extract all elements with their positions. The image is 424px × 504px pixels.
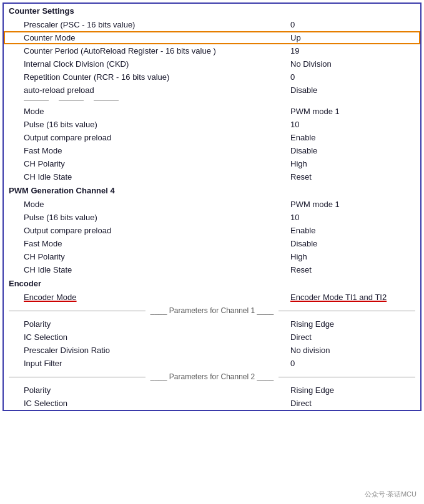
autoreload-preload-label: auto-reload preload [24, 85, 290, 95]
oc-preload-row-ch4: Output compare preload Enable [4, 224, 420, 237]
pulse-row-ch4: Pulse (16 bits value) 10 [4, 211, 420, 224]
pulse-row-ch3: Pulse (16 bits value) 10 [4, 118, 420, 131]
counter-mode-label: Counter Mode [24, 33, 290, 42]
clock-division-row: Internal Clock Division (CKD) No Divisio… [4, 57, 420, 70]
prescaler-div-value-ch1: No division [290, 346, 415, 355]
mode-value-ch4: PWM mode 1 [290, 200, 415, 209]
ch-polarity-value-ch4: High [290, 252, 415, 261]
channel1-header: ____ Parameters for Channel 1 ____ [4, 304, 420, 317]
ic-selection-label-ch2: IC Selection [24, 399, 290, 408]
counter-mode-row: Counter Mode Up ⇐ [4, 31, 420, 44]
channel2-line-left [9, 377, 145, 377]
ch-idle-value-ch4: Reset [290, 265, 415, 274]
ic-selection-row-ch2: IC Selection Direct [4, 397, 420, 410]
oc-preload-value-ch4: Enable [290, 226, 415, 235]
tab-area [4, 97, 420, 105]
counter-period-label: Counter Period (AutoReload Register - 16… [24, 46, 290, 56]
counter-period-row: Counter Period (AutoReload Register - 16… [4, 44, 420, 57]
ic-selection-row-ch1: IC Selection Direct [4, 331, 420, 344]
ch-idle-value-ch3: Reset [290, 172, 415, 182]
clock-division-value: No Division [290, 59, 415, 69]
oc-preload-value-ch3: Enable [290, 133, 415, 142]
oc-preload-label-ch3: Output compare preload [24, 133, 290, 142]
tab-line-1 [24, 100, 49, 101]
mode-value-ch3: PWM mode 1 [290, 107, 415, 116]
channel2-header: ____ Parameters for Channel 2 ____ [4, 370, 420, 384]
pwm-ch4-header: PWM Generation Channel 4 [4, 183, 420, 198]
polarity-label-ch1: Polarity [24, 319, 290, 329]
fast-mode-row-ch3: Fast Mode Disable [4, 144, 420, 157]
ch-polarity-value-ch3: High [290, 159, 415, 168]
autoreload-preload-row: auto-reload preload Disable [4, 84, 420, 97]
channel1-line-left [9, 311, 145, 311]
ch-idle-label-ch3: CH Idle State [24, 172, 290, 182]
pulse-label-ch3: Pulse (16 bits value) [24, 120, 290, 129]
pulse-value-ch4: 10 [290, 213, 415, 222]
mode-row-ch3: Mode PWM mode 1 [4, 105, 420, 118]
fast-mode-value-ch3: Disable [290, 146, 415, 155]
counter-settings-header: Counter Settings [4, 4, 420, 18]
encoder-mode-value: Encoder Mode TI1 and TI2 [290, 293, 415, 302]
oc-preload-label-ch4: Output compare preload [24, 226, 290, 235]
ic-selection-label-ch1: IC Selection [24, 332, 290, 342]
input-filter-row-ch1: Input Filter 0 [4, 357, 420, 370]
ic-selection-value-ch2: Direct [290, 399, 415, 408]
ch-idle-row-ch4: CH Idle State Reset [4, 263, 420, 276]
polarity-label-ch2: Polarity [24, 385, 290, 395]
channel1-header-text: ____ Parameters for Channel 1 ____ [145, 306, 279, 315]
repetition-value: 0 [290, 72, 415, 82]
fast-mode-value-ch4: Disable [290, 239, 415, 248]
ch-polarity-label-ch4: CH Polarity [24, 252, 290, 261]
ch-idle-label-ch4: CH Idle State [24, 265, 290, 274]
mode-row-ch4: Mode PWM mode 1 [4, 198, 420, 211]
input-filter-label-ch1: Input Filter [24, 359, 290, 368]
counter-mode-value: Up [290, 33, 415, 42]
ch-idle-row-ch3: CH Idle State Reset [4, 170, 420, 183]
encoder-mode-row: Encoder Mode Encoder Mode TI1 and TI2 [4, 291, 420, 304]
input-filter-value-ch1: 0 [290, 359, 415, 368]
channel2-line-right [279, 377, 415, 377]
ic-selection-value-ch1: Direct [290, 332, 415, 342]
prescaler-div-label-ch1: Prescaler Division Ratio [24, 346, 290, 355]
tab-line-3 [94, 100, 119, 101]
counter-period-value: 19 [290, 46, 415, 56]
prescaler-label: Prescaler (PSC - 16 bits value) [24, 20, 290, 29]
autoreload-preload-value: Disable [290, 85, 415, 95]
mode-label-ch4: Mode [24, 200, 290, 209]
ch-polarity-label-ch3: CH Polarity [24, 159, 290, 168]
repetition-label: Repetition Counter (RCR - 16 bits value) [24, 72, 290, 82]
encoder-mode-label: Encoder Mode [24, 293, 290, 302]
repetition-row: Repetition Counter (RCR - 16 bits value)… [4, 70, 420, 84]
ch-polarity-row-ch3: CH Polarity High [4, 157, 420, 170]
prescaler-row: Prescaler (PSC - 16 bits value) 0 [4, 18, 420, 31]
pulse-label-ch4: Pulse (16 bits value) [24, 213, 290, 222]
settings-panel: Counter Settings Prescaler (PSC - 16 bit… [2, 2, 422, 411]
prescaler-div-row-ch1: Prescaler Division Ratio No division [4, 344, 420, 357]
fast-mode-label-ch3: Fast Mode [24, 146, 290, 155]
prescaler-value: 0 [290, 20, 415, 29]
encoder-header: Encoder [4, 276, 420, 291]
oc-preload-row-ch3: Output compare preload Enable [4, 131, 420, 144]
fast-mode-row-ch4: Fast Mode Disable [4, 237, 420, 250]
fast-mode-label-ch4: Fast Mode [24, 239, 290, 248]
polarity-value-ch2: Rising Edge [290, 385, 415, 395]
tab-line-2 [59, 100, 84, 101]
pulse-value-ch3: 10 [290, 120, 415, 129]
watermark: 公众号·茶话MCU [365, 490, 417, 499]
clock-division-label: Internal Clock Division (CKD) [24, 59, 290, 69]
mode-label-ch3: Mode [24, 107, 290, 116]
polarity-row-ch2: Polarity Rising Edge [4, 384, 420, 397]
channel1-line-right [279, 311, 415, 311]
channel2-header-text: ____ Parameters for Channel 2 ____ [145, 372, 279, 381]
polarity-value-ch1: Rising Edge [290, 319, 415, 329]
polarity-row-ch1: Polarity Rising Edge [4, 317, 420, 331]
ch-polarity-row-ch4: CH Polarity High [4, 250, 420, 263]
